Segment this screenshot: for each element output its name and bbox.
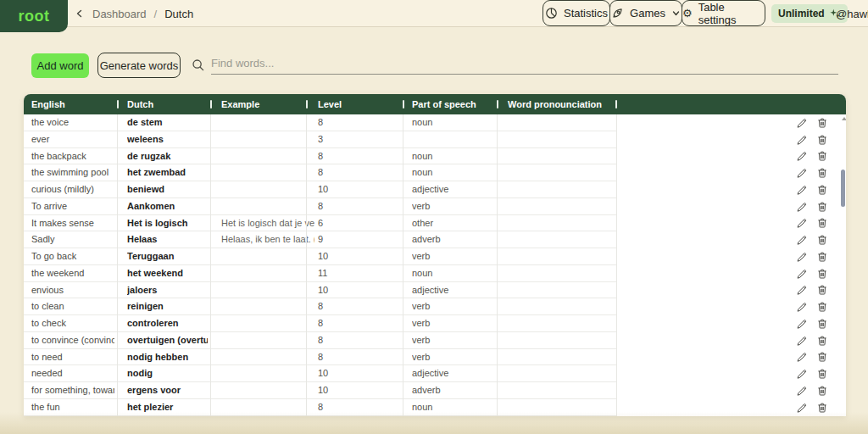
column-header-dutch[interactable]: Dutch xyxy=(127,94,153,114)
scrollbar-up-arrow[interactable] xyxy=(842,117,846,120)
cell-pronunciation xyxy=(508,399,609,416)
username[interactable]: @hawk xyxy=(836,0,868,27)
delete-row-button[interactable] xyxy=(816,150,828,162)
cell-example: Het is logisch dat je ve... xyxy=(221,215,314,232)
pencil-icon xyxy=(796,251,808,263)
delete-row-button[interactable] xyxy=(816,217,828,229)
edit-row-button[interactable] xyxy=(796,402,808,414)
edit-row-button[interactable] xyxy=(796,184,808,196)
cell-example xyxy=(221,298,314,315)
cell-example xyxy=(221,349,314,366)
delete-row-button[interactable] xyxy=(816,284,828,296)
delete-row-button[interactable] xyxy=(816,335,828,347)
cell-example xyxy=(221,332,314,349)
table-row: to convince (convince...overtuigen (over… xyxy=(24,332,846,349)
cell-level: 8 xyxy=(318,332,369,349)
table-settings-button-label: Table settings xyxy=(698,1,765,26)
trash-icon xyxy=(816,184,828,196)
edit-row-button[interactable] xyxy=(796,201,808,213)
trash-icon xyxy=(816,167,828,179)
add-word-button[interactable]: Add word xyxy=(31,53,89,78)
scrollbar-thumb[interactable] xyxy=(841,170,845,207)
pencil-icon xyxy=(796,201,808,213)
trash-icon xyxy=(816,134,828,146)
edit-row-button[interactable] xyxy=(796,318,808,330)
breadcrumb-current: Dutch xyxy=(164,8,193,20)
delete-row-button[interactable] xyxy=(816,268,828,280)
delete-row-button[interactable] xyxy=(816,134,828,146)
cell-pronunciation xyxy=(508,332,609,349)
app-logo[interactable]: root xyxy=(0,0,68,32)
delete-row-button[interactable] xyxy=(816,117,828,129)
column-header-level[interactable]: Level xyxy=(318,94,342,114)
edit-row-button[interactable] xyxy=(796,167,808,179)
trash-icon xyxy=(816,217,828,229)
delete-row-button[interactable] xyxy=(816,351,828,363)
trash-icon xyxy=(816,284,828,296)
delete-row-button[interactable] xyxy=(816,402,828,414)
column-header-part-of-speech[interactable]: Part of speech xyxy=(412,94,476,114)
cell-pronunciation xyxy=(508,382,609,399)
delete-row-button[interactable] xyxy=(816,301,828,313)
generate-words-button[interactable]: Generate words xyxy=(97,53,181,78)
cell-level: 8 xyxy=(318,114,369,131)
back-button[interactable] xyxy=(75,8,85,19)
trash-icon xyxy=(816,301,828,313)
cell-english: It makes sense xyxy=(31,215,114,232)
cell-level: 10 xyxy=(318,181,369,198)
edit-row-button[interactable] xyxy=(796,217,808,229)
edit-row-button[interactable] xyxy=(796,234,808,246)
search-input[interactable] xyxy=(211,53,838,75)
cell-part-of-speech: noun xyxy=(412,164,492,181)
edit-row-button[interactable] xyxy=(796,301,808,313)
table-settings-button[interactable]: ⚙ Table settings xyxy=(682,0,765,26)
cell-dutch: nodig xyxy=(127,365,208,382)
cell-english: to convince (convince... xyxy=(31,332,114,349)
edit-row-button[interactable] xyxy=(796,134,808,146)
delete-row-button[interactable] xyxy=(816,201,828,213)
edit-row-button[interactable] xyxy=(796,351,808,363)
breadcrumb-parent[interactable]: Dashboard xyxy=(92,8,147,20)
edit-row-button[interactable] xyxy=(796,251,808,263)
edit-row-button[interactable] xyxy=(796,268,808,280)
pencil-icon xyxy=(796,385,808,397)
column-header-word-pronounciation[interactable]: Word pronounciation xyxy=(508,94,602,114)
cell-part-of-speech: adjective xyxy=(412,282,492,299)
column-header-example[interactable]: Example xyxy=(221,94,259,114)
cell-part-of-speech: verb xyxy=(412,248,492,265)
delete-row-button[interactable] xyxy=(816,184,828,196)
cell-level: 6 xyxy=(318,215,369,232)
cell-level: 8 xyxy=(318,399,369,416)
cell-dutch: reinigen xyxy=(127,298,208,315)
cell-example xyxy=(221,382,314,399)
edit-row-button[interactable] xyxy=(796,335,808,347)
edit-row-button[interactable] xyxy=(796,368,808,380)
cell-english: curious (mildly) xyxy=(31,181,114,198)
cell-english: To arrive xyxy=(31,198,114,215)
delete-row-button[interactable] xyxy=(816,368,828,380)
edit-row-button[interactable] xyxy=(796,284,808,296)
delete-row-button[interactable] xyxy=(816,251,828,263)
cell-dutch: controleren xyxy=(127,315,208,332)
edit-row-button[interactable] xyxy=(796,385,808,397)
cell-pronunciation xyxy=(508,231,609,248)
cell-english: needed xyxy=(31,365,114,382)
edit-row-button[interactable] xyxy=(796,117,808,129)
statistics-button[interactable]: Statistics xyxy=(542,0,610,26)
games-button[interactable]: Games xyxy=(609,0,682,26)
cell-part-of-speech: adjective xyxy=(412,181,492,198)
delete-row-button[interactable] xyxy=(816,318,828,330)
cell-part-of-speech: verb xyxy=(412,198,492,215)
cell-level: 8 xyxy=(318,349,369,366)
delete-row-button[interactable] xyxy=(816,167,828,179)
edit-row-button[interactable] xyxy=(796,150,808,162)
delete-row-button[interactable] xyxy=(816,385,828,397)
cell-part-of-speech: noun xyxy=(412,265,492,282)
cell-english: to check xyxy=(31,315,114,332)
pencil-icon xyxy=(796,301,808,313)
column-header-english[interactable]: English xyxy=(31,94,65,114)
rocket-icon xyxy=(611,7,624,19)
delete-row-button[interactable] xyxy=(816,234,828,246)
statistics-button-label: Statistics xyxy=(564,7,608,19)
pencil-icon xyxy=(796,167,808,179)
